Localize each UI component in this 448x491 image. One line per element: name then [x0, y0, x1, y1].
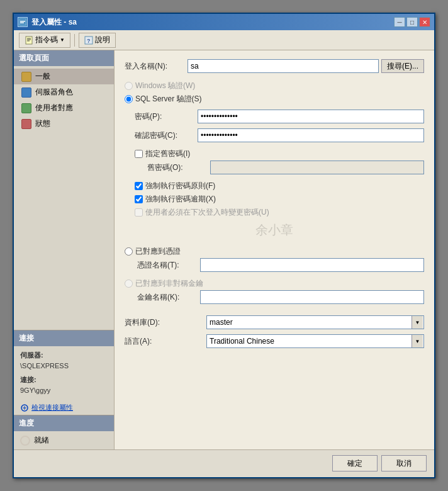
- section-divider: [125, 309, 424, 315]
- connection-info: 伺服器: \SQLEXPRESS 連接: 9GY\ggyy: [14, 346, 114, 400]
- svg-rect-0: [20, 19, 26, 25]
- enforce-expiry-checkbox[interactable]: [135, 195, 143, 203]
- mapped-to-key-radio[interactable]: [125, 279, 133, 288]
- restore-button[interactable]: □: [406, 17, 418, 27]
- mapped-to-key-label: 已對應到非對稱金鑰: [135, 278, 203, 289]
- sidebar-item-user-mapping[interactable]: 使用者對應: [14, 100, 114, 116]
- mapped-to-cert-radio[interactable]: [125, 247, 133, 256]
- spinner-icon: [20, 436, 30, 446]
- password-input[interactable]: [198, 110, 424, 123]
- minimize-button[interactable]: ─: [394, 17, 405, 27]
- windows-auth-row: Windows 驗證(W): [125, 79, 424, 93]
- confirm-password-label: 確認密碼(C):: [135, 130, 198, 141]
- sidebar: 選取頁面 一般 伺服器角色 使用者對應 狀態: [14, 50, 115, 449]
- auth-radio-group: Windows 驗證(W) SQL Server 驗證(S): [125, 79, 424, 106]
- must-change-label: 使用者必須在下次登入時變更密碼(U): [145, 207, 269, 218]
- script-dropdown-arrow: ▼: [60, 37, 65, 43]
- enforce-policy-checkbox[interactable]: [135, 182, 143, 190]
- key-name-input[interactable]: [200, 290, 424, 304]
- toolbar: 指令碼 ▼ ? 說明: [14, 30, 434, 50]
- specify-old-pwd-row: 指定舊密碼(I): [135, 147, 424, 161]
- ok-button[interactable]: 確定: [332, 455, 378, 471]
- must-change-checkbox[interactable]: [135, 208, 143, 217]
- enforce-expiry-label: 強制執行密碼逾期(X): [145, 194, 216, 205]
- key-name-label: 金鑰名稱(K):: [137, 292, 200, 303]
- sql-auth-radio[interactable]: [125, 95, 133, 103]
- content-area: 登入名稱(N): 搜尋(E)... Windows 驗證(W) SQL Serv…: [115, 50, 434, 449]
- login-name-input-group: 搜尋(E)...: [188, 59, 424, 73]
- cert-name-input[interactable]: [200, 258, 424, 272]
- language-row: 語言(A): Traditional Chinese Simplified Ch…: [125, 334, 424, 348]
- title-bar: 登入屬性 - sa ─ □ ✕: [14, 14, 434, 30]
- sql-auth-row: SQL Server 驗證(S): [125, 93, 424, 106]
- language-select[interactable]: Traditional Chinese Simplified Chinese E…: [206, 334, 424, 348]
- script-label: 指令碼: [35, 35, 58, 45]
- help-button[interactable]: ? 說明: [79, 33, 116, 48]
- login-name-row: 登入名稱(N): 搜尋(E)...: [125, 59, 424, 73]
- windows-auth-label: Windows 驗證(W): [135, 81, 195, 91]
- confirm-password-row: 確認密碼(C):: [135, 128, 424, 142]
- mapped-to-key-row: 已對應到非對稱金鑰: [125, 277, 424, 290]
- sidebar-section-header: 選取頁面: [14, 50, 114, 66]
- status-icon: [21, 119, 31, 129]
- svg-rect-1: [20, 21, 25, 22]
- database-select-wrapper: master tempdb model msdb ▼: [206, 315, 424, 329]
- connection-header: 連接: [14, 330, 114, 346]
- help-icon: ?: [84, 36, 93, 45]
- progress-label: 就緒: [34, 435, 49, 446]
- old-password-label: 舊密碼(O):: [147, 162, 210, 173]
- search-button[interactable]: 搜尋(E)...: [381, 59, 424, 73]
- main-window: 登入屬性 - sa ─ □ ✕ 指令碼 ▼ ? 說明: [13, 13, 435, 478]
- login-name-input[interactable]: [188, 59, 379, 73]
- server-value: \SQLEXPRESS: [20, 361, 108, 372]
- cert-section: 已對應到憑證 憑證名稱(T): 已對應到非對稱金鑰 金鑰名稱(K):: [125, 245, 424, 304]
- svg-rect-3: [26, 37, 32, 44]
- script-icon: [25, 36, 33, 45]
- title-buttons: ─ □ ✕: [394, 17, 430, 27]
- link-icon: [20, 404, 29, 412]
- sql-auth-label: SQL Server 驗證(S): [135, 94, 202, 104]
- sidebar-item-status[interactable]: 狀態: [14, 116, 114, 132]
- sidebar-item-general[interactable]: 一般: [14, 69, 114, 84]
- windows-auth-radio[interactable]: [125, 82, 133, 90]
- database-label: 資料庫(D):: [125, 317, 206, 328]
- toolbar-divider: [74, 34, 75, 47]
- sidebar-items: 一般 伺服器角色 使用者對應 狀態: [14, 66, 114, 330]
- sidebar-item-server-role-label: 伺服器角色: [35, 87, 73, 98]
- cancel-button[interactable]: 取消: [381, 455, 427, 471]
- server-role-icon: [21, 87, 31, 98]
- footer: 確定 取消: [14, 449, 434, 477]
- database-select[interactable]: master tempdb model msdb: [206, 315, 424, 329]
- server-label: 伺服器:: [20, 350, 108, 361]
- enforce-policy-label: 強制執行密碼原則(F): [145, 181, 215, 191]
- watermark: 余小章: [125, 219, 424, 241]
- help-label: 說明: [95, 35, 110, 45]
- language-select-wrapper: Traditional Chinese Simplified Chinese E…: [206, 334, 424, 348]
- mapped-to-cert-label: 已對應到憑證: [135, 246, 181, 257]
- must-change-row: 使用者必須在下次登入時變更密碼(U): [135, 206, 424, 219]
- specify-old-pwd-checkbox[interactable]: [135, 150, 143, 158]
- view-link-label: 檢視連接屬性: [31, 403, 73, 412]
- progress-indicator: 就緒: [14, 431, 114, 449]
- user-mapping-icon: [21, 103, 31, 113]
- general-icon: [21, 72, 31, 82]
- confirm-password-input[interactable]: [198, 128, 424, 142]
- sidebar-item-general-label: 一般: [35, 71, 50, 82]
- progress-header: 進度: [14, 415, 114, 431]
- main-area: 選取頁面 一般 伺服器角色 使用者對應 狀態: [14, 50, 434, 449]
- script-button[interactable]: 指令碼 ▼: [19, 33, 70, 48]
- title-bar-left: 登入屬性 - sa: [18, 17, 77, 28]
- close-button[interactable]: ✕: [419, 17, 430, 27]
- connection-section: 連接 伺服器: \SQLEXPRESS 連接: 9GY\ggyy 檢視連接屬性: [14, 330, 114, 415]
- password-label: 密碼(P):: [135, 111, 198, 122]
- progress-section: 進度 就緒: [14, 415, 114, 449]
- window-title: 登入屬性 - sa: [31, 17, 77, 28]
- svg-rect-2: [20, 23, 24, 24]
- key-name-row: 金鑰名稱(K):: [137, 290, 424, 304]
- password-section: 密碼(P): 確認密碼(C): 指定舊密碼(I) 舊密碼(O):: [135, 110, 424, 219]
- connection-label: 連接:: [20, 375, 108, 386]
- old-password-input[interactable]: [210, 161, 424, 174]
- view-connection-link[interactable]: 檢視連接屬性: [14, 400, 114, 415]
- database-row: 資料庫(D): master tempdb model msdb ▼: [125, 315, 424, 329]
- sidebar-item-server-role[interactable]: 伺服器角色: [14, 84, 114, 100]
